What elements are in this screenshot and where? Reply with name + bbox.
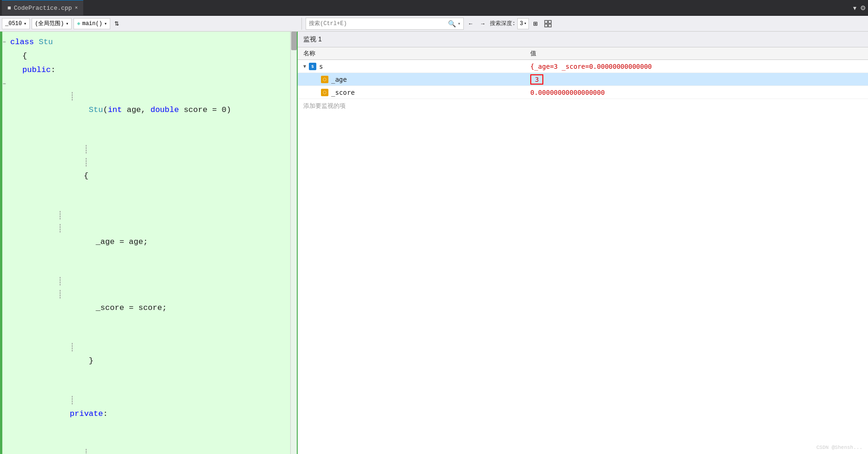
code-line-1: − class Stu <box>0 35 297 49</box>
watch-row-s[interactable]: ▼ s s {_age=3 _score=0.00000000000000 <box>298 60 868 73</box>
function-dropdown-arrow: ▾ <box>104 21 107 26</box>
nav-forward-button[interactable]: → <box>478 18 488 30</box>
watch-rows-container: ▼ s s {_age=3 _score=0.00000000000000 ⬡ … <box>298 60 868 454</box>
var-icon-s: s <box>309 63 316 70</box>
main-area: − class Stu { public: − ┊ Stu(int age, d… <box>0 32 868 454</box>
search-box[interactable]: 🔍 ▾ <box>306 18 464 30</box>
code-line-5: ┊ ┊ { <box>0 130 297 196</box>
watch-row-score-value: 0.00000000000000000 <box>530 89 868 96</box>
add-watch-row[interactable]: 添加要监视的项 <box>298 99 868 113</box>
watch-row-s-name: ▼ s s <box>298 63 530 70</box>
scope-dropdown-arrow: ▾ <box>66 21 68 26</box>
classname-stu: Stu <box>39 38 53 46</box>
function-dropdown[interactable]: ◈ main() ▾ <box>73 18 110 29</box>
watch-row-score[interactable]: ⬡ _score 0.00000000000000000 <box>298 86 868 99</box>
depth-value-box[interactable]: 3 ▾ <box>517 18 529 29</box>
line-content-5: ┊ ┊ { <box>8 131 297 196</box>
tab-close-button[interactable]: × <box>75 5 78 11</box>
code-area[interactable]: − class Stu { public: − ┊ Stu(int age, d… <box>0 32 297 454</box>
line-content-2: { <box>8 50 297 63</box>
column-value-header: 值 <box>530 49 868 58</box>
watch-row-age-value: 3 <box>530 74 868 85</box>
watch-row-score-name: ⬡ _score <box>298 89 530 96</box>
search-dropdown-arrow[interactable]: ▾ <box>458 21 461 26</box>
search-input[interactable] <box>309 20 446 27</box>
scope-label: (全局范围) <box>35 20 64 27</box>
tab-bar: ■ CodePractice.cpp × ▾ ⚙ <box>0 0 868 16</box>
line-content-7: ┊ ┊ _score = score; <box>8 263 297 328</box>
column-name-header: 名称 <box>298 49 530 58</box>
line-dropdown[interactable]: _0510 ▾ <box>2 18 30 29</box>
svg-rect-0 <box>545 20 548 23</box>
adjust-button[interactable]: ⇅ <box>112 18 121 30</box>
search-icon-button[interactable]: 🔍 <box>448 20 456 27</box>
line-content-1: class Stu <box>8 36 297 49</box>
watch-var-score-label: _score <box>331 89 355 96</box>
search-depth-label: 搜索深度: <box>490 20 515 27</box>
depth-value: 3 <box>520 20 523 27</box>
svg-rect-2 <box>545 24 548 27</box>
code-line-7: ┊ ┊ _score = score; <box>0 262 297 328</box>
code-line-4: − ┊ Stu(int age, double score = 0) <box>0 77 297 130</box>
code-line-10: ┊ int _age; <box>0 434 297 454</box>
keyword-class: class <box>10 38 34 46</box>
svg-rect-3 <box>548 24 551 27</box>
code-line-9: ┊ private: <box>0 381 297 434</box>
watch-row-age-name: ⬡ _age <box>298 76 530 83</box>
watch-panel: 监视 1 名称 值 ▼ s s {_age=3 _score=0.0000000… <box>298 32 868 454</box>
line-content-9: ┊ private: <box>8 382 297 434</box>
watch-toolbar: 🔍 ▾ ← → 搜索深度: 3 ▾ ⊞ <box>301 18 866 30</box>
watch-row-s-value: {_age=3 _score=0.00000000000000 <box>530 63 868 70</box>
function-icon: ◈ <box>77 20 80 27</box>
editor-toolbar: _0510 ▾ (全局范围) ▾ ◈ main() ▾ ⇅ <box>2 18 300 30</box>
depth-dropdown-arrow: ▾ <box>524 21 526 26</box>
line-content-6: ┊ ┊ _age = age; <box>8 197 297 262</box>
scrollbar-thumb[interactable] <box>291 32 297 50</box>
tab-filename: CodePractice.cpp <box>14 5 72 12</box>
editor-scrollbar[interactable] <box>290 32 297 454</box>
line-number-label: _0510 <box>5 20 22 27</box>
scope-dropdown[interactable]: (全局范围) ▾ <box>32 18 72 29</box>
function-label: main() <box>82 20 102 27</box>
nav-back-button[interactable]: ← <box>466 18 476 30</box>
tab-dropdown-button[interactable]: ▾ <box>853 4 856 12</box>
tab-settings-button[interactable]: ⚙ <box>860 4 866 12</box>
watch-var-age-label: _age <box>331 76 347 83</box>
fold-button-4[interactable]: − <box>0 78 8 91</box>
code-line-6: ┊ ┊ _age = age; <box>0 196 297 262</box>
field-icon-score: ⬡ <box>321 89 328 96</box>
line-content-3: public: <box>8 64 297 77</box>
watch-column-headers: 名称 值 <box>298 47 868 60</box>
line-dropdown-arrow: ▾ <box>24 21 27 26</box>
line-content-8: ┊ } <box>8 329 297 381</box>
grid-button[interactable] <box>542 18 554 30</box>
fold-button-1[interactable]: − <box>0 36 8 49</box>
watermark: CSDN @Shensh... <box>816 445 862 450</box>
line-content-4: ┊ Stu(int age, double score = 0) <box>8 78 297 130</box>
active-tab[interactable]: ■ CodePractice.cpp × <box>2 0 83 15</box>
field-icon-age: ⬡ <box>321 76 328 83</box>
code-line-8: ┊ } <box>0 328 297 381</box>
toolbar: _0510 ▾ (全局范围) ▾ ◈ main() ▾ ⇅ 🔍 ▾ ← → 搜索… <box>0 16 868 32</box>
code-line-3: public: <box>0 63 297 77</box>
code-line-2: { <box>0 49 297 63</box>
line-content-10: ┊ int _age; <box>8 434 297 454</box>
tab-toolbar-icons: ▾ ⚙ <box>853 4 866 12</box>
filter-button[interactable]: ⊞ <box>531 18 540 30</box>
grid-icon <box>544 20 552 27</box>
tab-pin-icon: ■ <box>7 5 11 12</box>
age-value-red-box: 3 <box>530 74 543 85</box>
expand-arrow-s[interactable]: ▼ <box>303 64 306 69</box>
svg-rect-1 <box>548 20 551 23</box>
editor-panel: − class Stu { public: − ┊ Stu(int age, d… <box>0 32 298 454</box>
watch-var-s-label: s <box>319 63 323 70</box>
watch-row-age[interactable]: ⬡ _age 3 <box>298 73 868 86</box>
watch-panel-title: 监视 1 <box>298 32 868 47</box>
